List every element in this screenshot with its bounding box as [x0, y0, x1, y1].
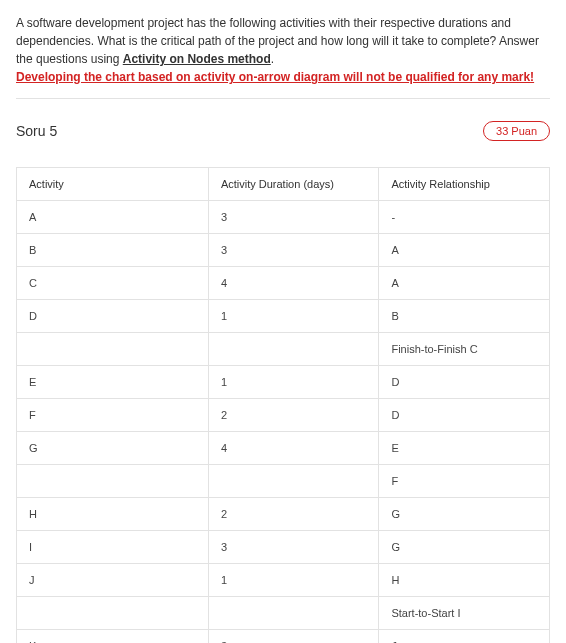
cell-activity: F	[17, 399, 209, 432]
cell-duration: 4	[208, 432, 379, 465]
cell-duration: 1	[208, 564, 379, 597]
header-duration: Activity Duration (days)	[208, 168, 379, 201]
cell-relationship: G	[379, 498, 550, 531]
table-row: F	[17, 465, 550, 498]
cell-relationship: D	[379, 399, 550, 432]
cell-duration: 1	[208, 300, 379, 333]
cell-duration: 3	[208, 234, 379, 267]
question-number: Soru 5	[16, 123, 57, 139]
cell-duration: 4	[208, 267, 379, 300]
table-row: Start-to-Start I	[17, 597, 550, 630]
cell-duration	[208, 465, 379, 498]
cell-relationship: B	[379, 300, 550, 333]
header-relationship: Activity Relationship	[379, 168, 550, 201]
cell-relationship: -	[379, 201, 550, 234]
cell-duration: 3	[208, 531, 379, 564]
cell-duration: 2	[208, 399, 379, 432]
section-divider	[16, 98, 550, 99]
cell-duration: 3	[208, 630, 379, 644]
header-activity: Activity	[17, 168, 209, 201]
prompt-method: Activity on Nodes method	[123, 52, 271, 66]
cell-activity: E	[17, 366, 209, 399]
table-row: F2D	[17, 399, 550, 432]
cell-duration: 3	[208, 201, 379, 234]
cell-duration	[208, 597, 379, 630]
cell-relationship: A	[379, 267, 550, 300]
cell-activity: I	[17, 531, 209, 564]
cell-activity: A	[17, 201, 209, 234]
table-row: C4A	[17, 267, 550, 300]
prompt-text-1: A software development project has the f…	[16, 16, 539, 66]
cell-duration	[208, 333, 379, 366]
table-row: G4E	[17, 432, 550, 465]
question-header: Soru 5 33 Puan	[16, 121, 550, 141]
cell-activity: D	[17, 300, 209, 333]
table-row: H2G	[17, 498, 550, 531]
cell-activity: K	[17, 630, 209, 644]
cell-activity	[17, 333, 209, 366]
activity-table: Activity Activity Duration (days) Activi…	[16, 167, 550, 643]
cell-relationship: F	[379, 465, 550, 498]
cell-activity: G	[17, 432, 209, 465]
cell-relationship: G	[379, 531, 550, 564]
table-row: D1B	[17, 300, 550, 333]
cell-relationship: H	[379, 564, 550, 597]
cell-relationship: D	[379, 366, 550, 399]
table-row: I3G	[17, 531, 550, 564]
cell-relationship: E	[379, 432, 550, 465]
table-row: Finish-to-Finish C	[17, 333, 550, 366]
table-header-row: Activity Activity Duration (days) Activi…	[17, 168, 550, 201]
cell-relationship: J	[379, 630, 550, 644]
question-prompt: A software development project has the f…	[16, 14, 550, 68]
prompt-period: .	[271, 52, 274, 66]
cell-activity: J	[17, 564, 209, 597]
table-row: J1H	[17, 564, 550, 597]
table-row: E1D	[17, 366, 550, 399]
cell-activity: B	[17, 234, 209, 267]
cell-activity: C	[17, 267, 209, 300]
cell-relationship: Finish-to-Finish C	[379, 333, 550, 366]
cell-duration: 2	[208, 498, 379, 531]
cell-relationship: Start-to-Start I	[379, 597, 550, 630]
cell-activity	[17, 597, 209, 630]
points-badge: 33 Puan	[483, 121, 550, 141]
cell-relationship: A	[379, 234, 550, 267]
cell-activity: H	[17, 498, 209, 531]
prompt-warning: Developing the chart based on activity o…	[16, 70, 550, 84]
table-row: A3-	[17, 201, 550, 234]
cell-duration: 1	[208, 366, 379, 399]
table-row: K3J	[17, 630, 550, 644]
cell-activity	[17, 465, 209, 498]
table-row: B3A	[17, 234, 550, 267]
